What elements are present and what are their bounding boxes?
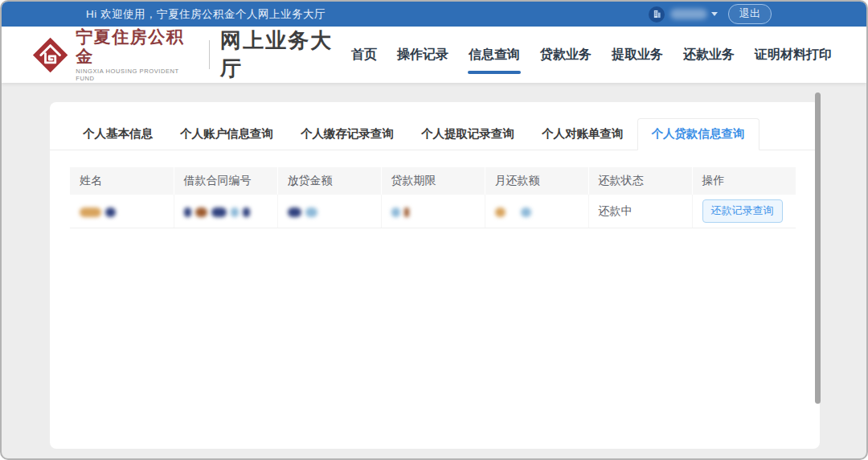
col-loan-term: 贷款期限 xyxy=(381,167,485,195)
redacted-blob xyxy=(105,207,116,217)
cell-contract-number-redacted xyxy=(174,195,277,228)
cell-monthly-repayment-redacted xyxy=(485,195,588,228)
main-nav: 首页 操作记录 信息查询 贷款业务 提取业务 还款业务 xyxy=(350,42,833,68)
top-bar: Hi 欢迎使用，宁夏住房公积金个人网上业务大厅 退出 xyxy=(2,2,866,27)
brand-logo-group[interactable]: 宁夏住房公积金 NINGXIA HOUSING PROVIDENT FUND xyxy=(32,27,198,82)
tab-personal-basic-info[interactable]: 个人基本信息 xyxy=(69,119,166,150)
redacted-blob xyxy=(391,207,400,217)
nav-item-home[interactable]: 首页 xyxy=(350,42,378,68)
portal-title: 网上业务大厅 xyxy=(220,27,350,83)
nav-label: 信息查询 xyxy=(469,47,520,61)
nav-label: 提取业务 xyxy=(612,47,663,61)
col-actions: 操作 xyxy=(692,167,796,195)
nav-label: 操作记录 xyxy=(397,47,448,61)
brand-name-cn: 宁夏住房公积金 xyxy=(76,27,198,66)
tab-deposit-records-query[interactable]: 个人缴存记录查询 xyxy=(287,119,407,150)
welcome-text: Hi 欢迎使用，宁夏住房公积金个人网上业务大厅 xyxy=(86,7,326,22)
tab-statement-query[interactable]: 个人对账单查询 xyxy=(528,119,637,150)
site-header: 宁夏住房公积金 NINGXIA HOUSING PROVIDENT FUND 网… xyxy=(2,27,866,83)
nav-item-operation-records[interactable]: 操作记录 xyxy=(396,42,449,68)
redacted-blob xyxy=(184,207,191,217)
vertical-scrollbar[interactable] xyxy=(815,92,821,404)
redacted-blob xyxy=(521,207,531,217)
nav-active-underline xyxy=(468,71,521,74)
cell-name-redacted xyxy=(70,195,174,228)
user-avatar[interactable] xyxy=(649,6,665,23)
tab-withdrawal-records-query[interactable]: 个人提取记录查询 xyxy=(407,119,528,150)
col-contract-number: 借款合同编号 xyxy=(174,167,277,195)
cell-loan-amount-redacted xyxy=(277,195,381,228)
redacted-blob xyxy=(80,207,101,217)
redacted-blob xyxy=(211,207,227,217)
redacted-blob xyxy=(495,207,506,217)
redacted-blob xyxy=(305,207,317,217)
loan-info-table: 姓名 借款合同编号 放贷金额 贷款期限 月还款额 还款状态 操作 xyxy=(70,167,796,228)
brand-name-en: NINGXIA HOUSING PROVIDENT FUND xyxy=(76,68,198,82)
chevron-down-icon[interactable] xyxy=(711,12,718,16)
nav-item-info-query[interactable]: 信息查询 xyxy=(468,42,521,68)
table-header-row: 姓名 借款合同编号 放贷金额 贷款期限 月还款额 还款状态 操作 xyxy=(70,167,796,195)
nav-item-repayment-business[interactable]: 还款业务 xyxy=(682,42,735,68)
col-name: 姓名 xyxy=(70,167,174,195)
nav-label: 首页 xyxy=(351,47,377,61)
redacted-blob xyxy=(243,207,250,217)
query-tabs: 个人基本信息 个人账户信息查询 个人缴存记录查询 个人提取记录查询 个人对账单查… xyxy=(50,118,820,150)
redacted-blob xyxy=(404,207,409,217)
username-redacted[interactable] xyxy=(670,9,707,19)
logout-button[interactable]: 退出 xyxy=(728,4,772,24)
provident-fund-logo-icon xyxy=(32,36,68,74)
col-repayment-status: 还款状态 xyxy=(588,167,692,195)
browser-page: Hi 欢迎使用，宁夏住房公积金个人网上业务大厅 退出 xyxy=(0,0,868,460)
col-monthly-repayment: 月还款额 xyxy=(485,167,588,195)
nav-label: 还款业务 xyxy=(683,47,735,61)
building-icon xyxy=(653,10,661,18)
nav-label: 证明材料打印 xyxy=(755,47,832,61)
nav-label: 贷款业务 xyxy=(540,47,592,61)
nav-item-loan-business[interactable]: 贷款业务 xyxy=(539,42,592,68)
nav-item-withdrawal-business[interactable]: 提取业务 xyxy=(611,42,664,68)
redacted-blob xyxy=(288,207,301,217)
tab-account-info-query[interactable]: 个人账户信息查询 xyxy=(166,119,287,150)
brand-text: 宁夏住房公积金 NINGXIA HOUSING PROVIDENT FUND xyxy=(76,27,198,82)
cell-repayment-status: 还款中 xyxy=(588,195,692,228)
tab-loan-info-query[interactable]: 个人贷款信息查询 xyxy=(637,118,760,150)
repayment-status-text: 还款中 xyxy=(599,204,633,217)
col-loan-amount: 放贷金额 xyxy=(277,167,381,195)
content-card: 个人基本信息 个人账户信息查询 个人缴存记录查询 个人提取记录查询 个人对账单查… xyxy=(50,102,820,449)
repayment-records-query-button[interactable]: 还款记录查询 xyxy=(702,199,783,223)
cell-actions: 还款记录查询 xyxy=(692,195,796,228)
cell-loan-term-redacted xyxy=(381,195,485,228)
table-row: 还款中 还款记录查询 xyxy=(70,195,796,228)
redacted-blob xyxy=(195,207,207,217)
nav-item-certificate-printing[interactable]: 证明材料打印 xyxy=(754,42,833,68)
user-area: 退出 xyxy=(649,2,772,27)
brand-divider xyxy=(209,40,210,69)
redacted-blob xyxy=(231,207,239,217)
